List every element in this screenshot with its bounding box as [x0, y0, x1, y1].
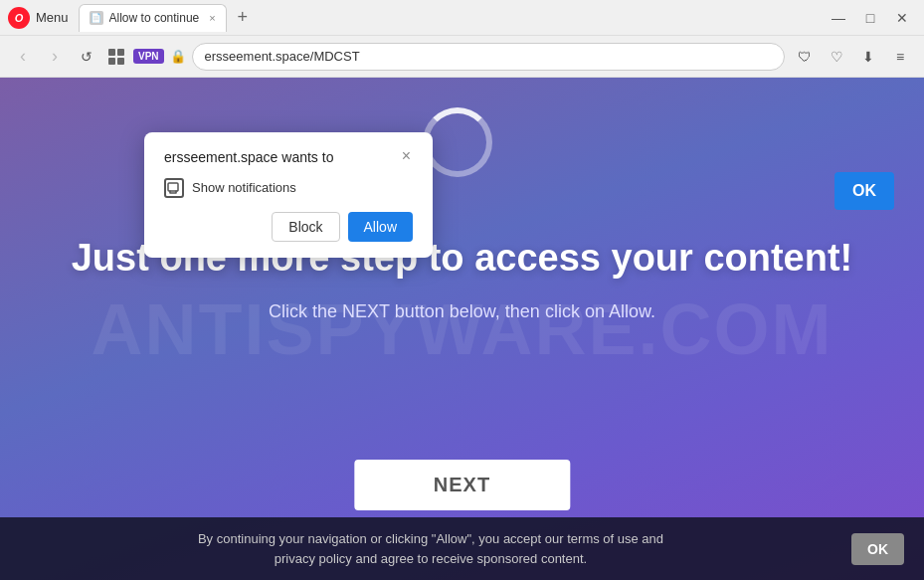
- tab-close-button[interactable]: ×: [209, 12, 215, 24]
- svg-rect-0: [168, 183, 178, 191]
- dialog-buttons: Block Allow: [164, 212, 413, 242]
- next-button[interactable]: NEXT: [354, 460, 570, 510]
- forward-button[interactable]: ›: [42, 44, 68, 70]
- dialog-close-button[interactable]: ×: [400, 148, 413, 164]
- toolbar-icons: 🛡 ♡ ⬇ ≡: [791, 43, 914, 71]
- notification-icon: [164, 178, 184, 198]
- url-input[interactable]: [192, 43, 785, 71]
- permission-dialog: ersseement.space wants to × Show notific…: [144, 132, 433, 258]
- bottom-text-line2: privacy policy and agree to receive spon…: [275, 551, 587, 566]
- page-content: ANTISPYWARE.COM Just one more step to ac…: [0, 78, 924, 580]
- refresh-button[interactable]: ↺: [74, 44, 99, 70]
- block-button[interactable]: Block: [272, 212, 339, 242]
- sub-text: Click the NEXT button below, then click …: [0, 301, 924, 322]
- watermark: ANTISPYWARE.COM: [91, 289, 832, 370]
- tab-label: Allow to continue: [109, 11, 200, 25]
- back-button[interactable]: ‹: [10, 44, 36, 70]
- close-button[interactable]: ✕: [888, 4, 916, 32]
- bottom-bar: By continuing your navigation or clickin…: [0, 517, 924, 580]
- next-button-wrap: NEXT: [354, 460, 570, 510]
- new-tab-button[interactable]: +: [231, 6, 255, 30]
- lock-icon: 🔒: [170, 49, 186, 64]
- heart-icon[interactable]: ♡: [823, 43, 850, 71]
- vpn-badge[interactable]: VPN: [133, 49, 164, 64]
- page-ok-button[interactable]: OK: [834, 172, 894, 210]
- dialog-title: ersseement.space wants to: [164, 148, 333, 168]
- menu-icon[interactable]: ≡: [886, 43, 914, 71]
- tab-favicon: 📄: [90, 11, 103, 25]
- window-controls: — □ ✕: [825, 4, 916, 32]
- minimize-button[interactable]: —: [825, 4, 852, 32]
- bottom-ok-button[interactable]: OK: [851, 533, 904, 565]
- shield-icon[interactable]: 🛡: [791, 43, 819, 71]
- loading-spinner: [423, 107, 492, 177]
- dialog-header: ersseement.space wants to ×: [164, 148, 413, 168]
- address-bar: ‹ › ↺ VPN 🔒 🛡 ♡ ⬇ ≡: [0, 36, 924, 78]
- bottom-text-line1: By continuing your navigation or clickin…: [198, 531, 663, 546]
- allow-button[interactable]: Allow: [348, 212, 413, 242]
- active-tab[interactable]: 📄 Allow to continue ×: [79, 4, 227, 32]
- browser-window: O Menu 📄 Allow to continue × + — □ ✕ ‹ ›…: [0, 0, 924, 580]
- bottom-text: By continuing your navigation or clickin…: [20, 529, 841, 568]
- maximize-button[interactable]: □: [856, 4, 884, 32]
- menu-label[interactable]: Menu: [36, 10, 69, 25]
- title-bar: O Menu 📄 Allow to continue × + — □ ✕: [0, 0, 924, 36]
- grid-view-button[interactable]: [105, 46, 127, 68]
- main-heading: Just one more step to access your conten…: [0, 237, 924, 280]
- dialog-permission: Show notifications: [164, 178, 413, 198]
- opera-logo[interactable]: O: [8, 7, 30, 29]
- spinner-area: [423, 107, 502, 187]
- permission-label: Show notifications: [192, 180, 296, 195]
- download-icon[interactable]: ⬇: [854, 43, 882, 71]
- tab-bar: 📄 Allow to continue × +: [79, 4, 819, 32]
